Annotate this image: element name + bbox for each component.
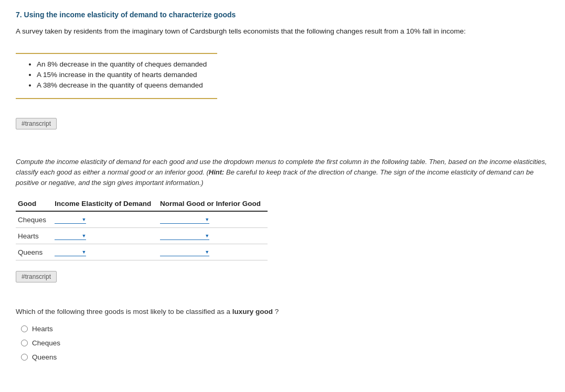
elasticity-dropdown-cheques[interactable]: -0.8 0.8 -1.5 1.5 -3.8 3.8 [55,215,86,224]
bullet-list: An 8% decrease in the quantity of cheque… [26,60,207,89]
classification-dropdown-cheques[interactable]: Normal Good Inferior Good [160,215,209,224]
radio-label-cheques: Cheques [32,339,60,347]
elasticity-select-wrapper-queens: -0.8 0.8 -1.5 1.5 -3.8 3.8 [55,248,86,256]
luxury-question-prefix: Which of the following three goods is mo… [16,308,230,315]
radio-label-queens: Queens [32,353,57,361]
classification-select-wrapper-queens: Normal Good Inferior Good [160,248,209,256]
bullet-box: An 8% decrease in the quantity of cheque… [16,53,217,99]
survey-intro: A survey taken by residents from the ima… [16,27,549,35]
classification-dropdown-hearts[interactable]: Normal Good Inferior Good [160,232,209,240]
classification-select-wrapper-hearts: Normal Good Inferior Good [160,232,209,240]
good-hearts: Hearts [16,228,52,244]
classification-select-wrapper-cheques: Normal Good Inferior Good [160,215,209,224]
luxury-radio-group: Hearts Cheques Queens [21,325,549,361]
elasticity-select-wrapper-cheques: -0.8 0.8 -1.5 1.5 -3.8 3.8 [55,215,86,224]
col-header-elasticity: Income Elasticity of Demand [52,198,158,211]
radio-queens[interactable] [21,354,28,361]
elasticity-select-wrapper-hearts: -0.8 0.8 -1.5 1.5 -3.8 3.8 [55,232,86,240]
luxury-question-suffix: ? [275,308,279,315]
table-row-hearts: Hearts -0.8 0.8 -1.5 1.5 -3.8 3.8 [16,228,268,244]
luxury-question-text: Which of the following three goods is mo… [16,307,549,317]
radio-cheques[interactable] [21,340,28,346]
col-header-good: Good [16,198,52,211]
luxury-section: Which of the following three goods is mo… [16,307,549,361]
question-number: 7. [16,10,22,19]
question-title: 7. Using the income elasticity of demand… [16,10,549,19]
radio-item-hearts: Hearts [21,325,549,333]
elasticity-table: Good Income Elasticity of Demand Normal … [16,198,268,260]
instructions-text: Compute the income elasticity of demand … [16,157,549,188]
question-title-text: Using the income elasticity of demand to… [24,10,236,19]
bullet-item-2: A 15% increase in the quantity of hearts… [37,71,207,79]
table-row-cheques: Cheques -0.8 0.8 -1.5 1.5 -3.8 3.8 [16,211,268,228]
table-row-queens: Queens -0.8 0.8 -1.5 1.5 -3.8 3.8 [16,244,268,260]
bullet-item-1: An 8% decrease in the quantity of cheque… [37,60,207,68]
col-header-classification: Normal Good or Inferior Good [158,198,268,211]
good-queens: Queens [16,244,52,260]
classification-dropdown-queens[interactable]: Normal Good Inferior Good [160,248,209,256]
transcript-button-1[interactable]: #transcript [16,118,57,129]
elasticity-table-section: Good Income Elasticity of Demand Normal … [16,198,549,260]
elasticity-dropdown-queens[interactable]: -0.8 0.8 -1.5 1.5 -3.8 3.8 [55,248,86,256]
radio-item-cheques: Cheques [21,339,549,347]
luxury-bold-text: luxury good [232,308,273,315]
transcript-button-2[interactable]: #transcript [16,271,57,282]
elasticity-dropdown-hearts[interactable]: -0.8 0.8 -1.5 1.5 -3.8 3.8 [55,232,86,240]
radio-label-hearts: Hearts [32,325,53,333]
good-cheques: Cheques [16,211,52,228]
bullet-item-3: A 38% decrease in the quantity of queens… [37,81,207,89]
radio-hearts[interactable] [21,325,28,332]
radio-item-queens: Queens [21,353,549,361]
